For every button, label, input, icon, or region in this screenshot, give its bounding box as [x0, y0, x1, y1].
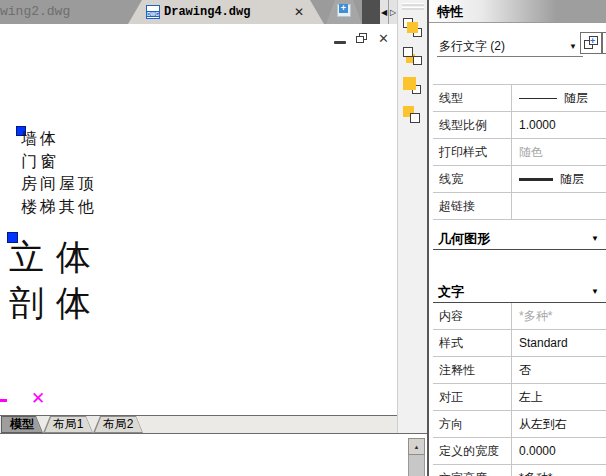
- tab-layout2[interactable]: 布局2: [93, 416, 143, 433]
- bring-to-front-icon[interactable]: [402, 75, 424, 97]
- property-row: 方向 从左到右: [433, 411, 606, 438]
- toolbar-gripper[interactable]: [402, 3, 424, 10]
- property-row: 样式 Standard: [433, 330, 606, 357]
- tabbar-corner: [362, 0, 380, 24]
- property-row: 文字高度 *多种*: [433, 465, 606, 476]
- document-window-controls: ✕: [334, 32, 389, 45]
- command-line-area[interactable]: ▲: [0, 433, 427, 476]
- property-row: 注释性 否: [433, 357, 606, 384]
- plus-icon: +: [339, 4, 348, 13]
- dwg-file-icon: DWG: [146, 5, 160, 19]
- scroll-up-icon[interactable]: ▲: [408, 438, 425, 455]
- file-tab-active[interactable]: DWG Drawing4.dwg ✕: [128, 0, 324, 24]
- text-line: 墙体: [21, 128, 97, 151]
- tab-nav-arrows: ◀ ▷: [380, 0, 397, 24]
- send-to-back-icon[interactable]: [402, 104, 424, 126]
- file-tab-bar: wing2.dwg DWG Drawing4.dwg ✕ + ◀ ▷: [0, 0, 397, 24]
- minimize-icon[interactable]: [334, 41, 346, 44]
- select-objects-button[interactable]: [602, 32, 606, 54]
- new-drawing-tab-button[interactable]: +: [326, 0, 362, 24]
- tab-layout1[interactable]: 布局1: [43, 416, 93, 433]
- property-row: 内容 *多种*: [433, 303, 606, 330]
- palette-header[interactable]: 特性: [429, 0, 606, 23]
- file-tab-inactive[interactable]: wing2.dwg: [0, 4, 70, 19]
- property-row: 超链接: [433, 193, 606, 220]
- text-properties-grid: 内容 *多种* 样式 Standard 注释性 否 对正 左上 方向 从左到右 …: [433, 303, 606, 476]
- property-row: 对正 左上: [433, 384, 606, 411]
- command-scrollbar[interactable]: ▲: [408, 438, 425, 476]
- file-tab-active-label: Drawing4.dwg: [164, 5, 250, 19]
- send-under-objects-icon[interactable]: [402, 46, 424, 68]
- layout-tab-bar: 模型 布局1 布局2: [0, 415, 397, 433]
- section-collapse-icon[interactable]: ▼: [591, 287, 599, 296]
- mtext-object-large[interactable]: 立体: [9, 234, 103, 281]
- crosshair-cursor-icon: ✕: [31, 388, 45, 409]
- text-line: 房间屋顶: [21, 173, 97, 196]
- property-row: 线型 随层: [433, 85, 606, 112]
- property-row: 线宽 随层: [433, 166, 606, 193]
- mtext-object-small[interactable]: 墙体 门窗 房间屋顶 楼梯其他: [21, 128, 97, 218]
- tab-nav-right-icon[interactable]: ▷: [389, 0, 397, 24]
- property-row: 打印样式 随色: [433, 139, 606, 166]
- bring-above-objects-icon[interactable]: [402, 17, 424, 39]
- drawing-canvas[interactable]: ✕ 墙体 门窗 房间屋顶 楼梯其他 立体 剖体 ✕: [0, 24, 397, 415]
- property-row: 线型比例 1.0000: [433, 112, 606, 139]
- property-row: 定义的宽度 0.0000: [433, 438, 606, 465]
- tab-nav-left-icon[interactable]: ◀: [380, 0, 389, 24]
- lineweight-sample-icon: [519, 178, 553, 181]
- autocad-window: wing2.dwg DWG Drawing4.dwg ✕ + ◀ ▷ ✕ 墙体 …: [0, 0, 606, 476]
- scrollbar-thumb[interactable]: [408, 455, 425, 476]
- dropdown-underline: [437, 56, 583, 57]
- object-type-dropdown[interactable]: 多行文字 (2): [439, 38, 505, 55]
- text-line: 楼梯其他: [21, 196, 97, 219]
- properties-palette: 特性 多行文字 (2) ▼ + 线型 随层 线型比例 1.0000 打印样式 随…: [427, 0, 606, 476]
- general-properties-grid: 线型 随层 线型比例 1.0000 打印样式 随色 线宽 随层 超链接: [433, 84, 606, 220]
- linetype-sample-icon: [519, 98, 557, 99]
- close-icon[interactable]: ✕: [378, 32, 389, 45]
- mtext-object-large[interactable]: 剖体: [9, 280, 103, 327]
- palette-title: 特性: [437, 3, 463, 21]
- toggle-pickadd-button[interactable]: +: [580, 32, 602, 54]
- tab-model[interactable]: 模型: [1, 416, 43, 433]
- restore-icon[interactable]: [356, 33, 368, 44]
- draw-order-toolbar: [397, 0, 427, 433]
- chevron-down-icon[interactable]: ▼: [569, 42, 577, 51]
- section-collapse-icon[interactable]: ▼: [591, 234, 599, 243]
- text-line: 门窗: [21, 151, 97, 174]
- crosshair-cursor-fragment: [0, 399, 7, 402]
- close-tab-icon[interactable]: ✕: [294, 5, 304, 19]
